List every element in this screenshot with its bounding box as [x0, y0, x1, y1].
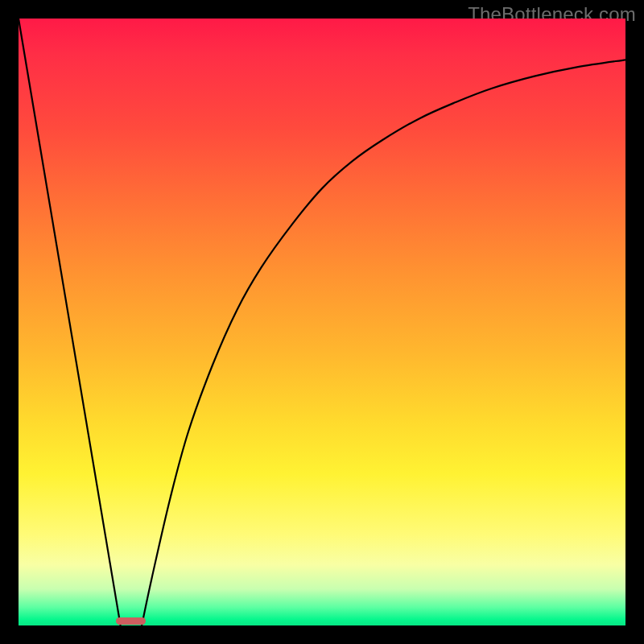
- bottom-marker: [116, 617, 145, 625]
- bottleneck-curve: [19, 19, 625, 625]
- right-branch-line: [142, 60, 625, 625]
- plot-area: [19, 19, 625, 625]
- left-branch-line: [19, 19, 121, 625]
- chart-frame: TheBottleneck.com: [0, 0, 644, 644]
